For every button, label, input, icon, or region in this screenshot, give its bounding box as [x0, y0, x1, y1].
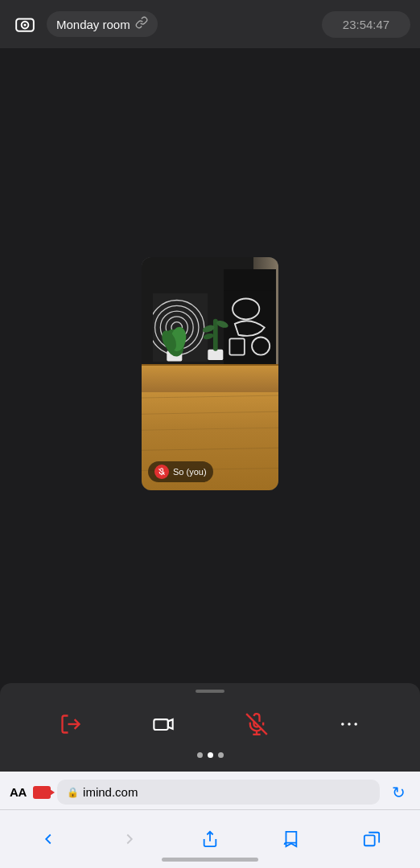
participant-tile: So (you) [142, 257, 278, 490]
dot-1 [197, 752, 203, 758]
room-name-pill[interactable]: Monday room [47, 11, 158, 37]
cabinet [142, 364, 278, 392]
svg-rect-17 [208, 350, 223, 360]
mute-button[interactable] [237, 704, 277, 744]
mic-muted-icon [154, 465, 169, 479]
camera-header-icon[interactable] [10, 9, 40, 39]
dot-3 [218, 752, 224, 758]
svg-line-23 [142, 411, 278, 414]
participant-name: So (you) [173, 467, 207, 477]
svg-line-25 [142, 448, 278, 450]
recording-indicator [33, 786, 51, 799]
plant-left [155, 313, 194, 365]
drag-handle [196, 690, 224, 693]
link-icon [135, 16, 148, 32]
video-area: So (you) [0, 48, 420, 699]
back-button[interactable] [31, 821, 66, 857]
home-indicator [162, 858, 258, 862]
forward-button[interactable] [112, 821, 147, 857]
more-options-button[interactable] [329, 704, 369, 744]
svg-point-36 [355, 723, 358, 726]
svg-line-24 [142, 428, 278, 430]
tabs-button[interactable] [354, 821, 389, 857]
camera-toggle-button[interactable] [143, 704, 183, 744]
url-text: imind.com [83, 785, 138, 799]
bookmarks-button[interactable] [273, 821, 308, 857]
timer-display: 23:54:47 [322, 11, 410, 38]
svg-point-21 [203, 333, 215, 341]
plant-right [196, 304, 235, 364]
browser-bar: AA 🔒 imind.com ↻ [0, 772, 420, 868]
svg-rect-38 [364, 835, 375, 845]
svg-point-2 [23, 23, 26, 26]
svg-point-35 [348, 723, 352, 726]
aa-label[interactable]: AA [10, 785, 27, 799]
control-bar [0, 683, 420, 772]
dot-2 [208, 752, 213, 758]
svg-line-22 [142, 395, 278, 398]
leave-button[interactable] [51, 704, 91, 744]
room-name-label: Monday room [56, 18, 130, 31]
controls-row [0, 704, 420, 744]
svg-rect-30 [154, 719, 169, 730]
header-bar: Monday room 23:54:47 [0, 0, 420, 48]
url-pill[interactable]: 🔒 imind.com [57, 780, 380, 805]
share-button[interactable] [192, 821, 228, 857]
room-image [142, 257, 278, 490]
svg-point-34 [341, 723, 344, 726]
reload-button[interactable]: ↻ [386, 780, 410, 805]
name-badge: So (you) [148, 461, 213, 482]
lock-icon: 🔒 [67, 787, 79, 798]
page-dots [197, 752, 224, 758]
url-bar-row: AA 🔒 imind.com ↻ [0, 772, 420, 809]
